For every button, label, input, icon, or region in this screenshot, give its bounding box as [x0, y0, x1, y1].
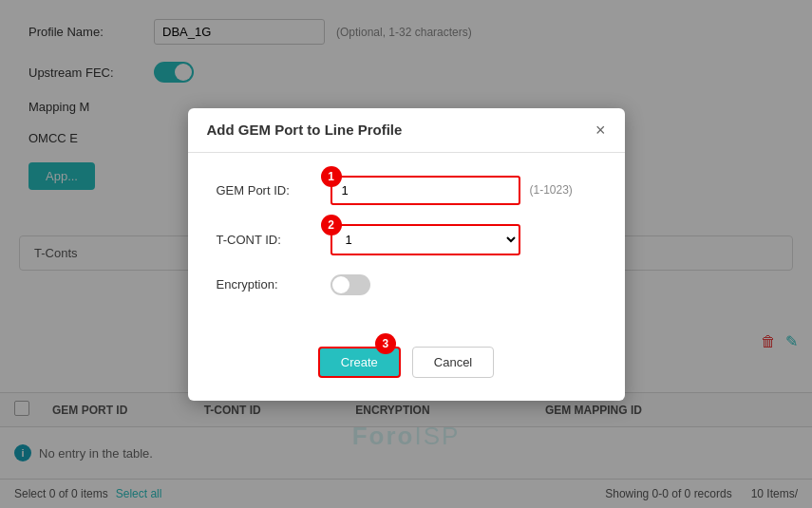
gem-port-id-label: GEM Port ID: [217, 183, 330, 198]
create-button-wrapper: 3 Create [318, 347, 401, 378]
t-cont-id-select[interactable]: 1 2 3 [330, 224, 520, 255]
modal-close-button[interactable]: × [595, 122, 606, 139]
modal-footer: 3 Create Cancel [188, 337, 625, 401]
t-cont-id-row: T-CONT ID: 2 1 2 3 [217, 224, 596, 255]
encryption-toggle[interactable] [330, 274, 370, 295]
modal-dialog: Add GEM Port to Line Profile × GEM Port … [188, 108, 625, 401]
gem-port-id-input[interactable] [330, 176, 520, 205]
step-badge-2: 2 [321, 215, 342, 235]
cancel-button[interactable]: Cancel [412, 347, 494, 378]
gem-port-id-row: GEM Port ID: 1 (1-1023) [217, 176, 596, 205]
gem-port-id-hint: (1-1023) [530, 183, 573, 197]
encryption-row: Encryption: [217, 274, 596, 295]
gem-port-id-wrapper: 1 [330, 176, 520, 205]
modal-body: GEM Port ID: 1 (1-1023) T-CONT ID: 2 1 2… [188, 153, 625, 337]
modal-header: Add GEM Port to Line Profile × [188, 108, 625, 153]
t-cont-id-label: T-CONT ID: [217, 233, 330, 247]
modal-title: Add GEM Port to Line Profile [207, 122, 403, 138]
t-cont-id-wrapper: 2 1 2 3 [330, 224, 520, 255]
step-badge-1: 1 [321, 166, 342, 187]
encryption-label: Encryption: [217, 277, 330, 292]
